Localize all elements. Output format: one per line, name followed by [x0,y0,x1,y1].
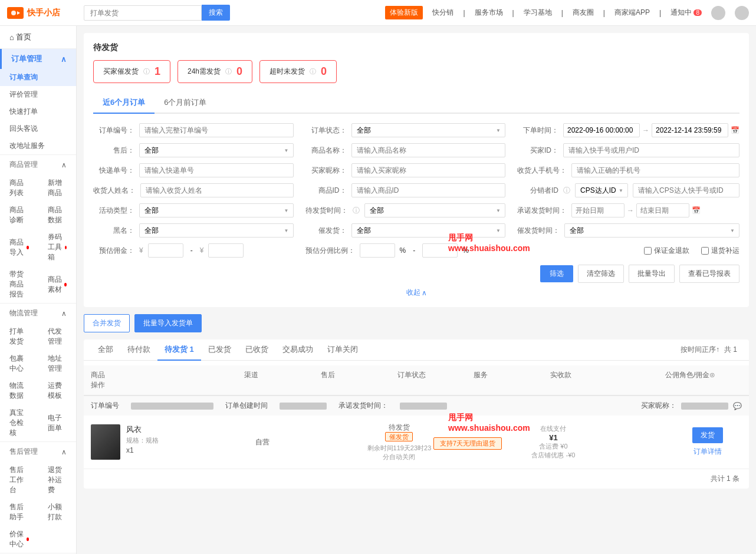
order-sort[interactable]: 按时间正序↑ [681,345,719,355]
urge-btn[interactable]: 催发货 [365,433,433,441]
refund-checkbox-label[interactable]: 退货补运 [701,246,739,256]
buyer-id-input[interactable] [563,143,739,157]
sidebar-item-review[interactable]: 评价管理 [0,86,76,103]
sidebar-item-small-payment[interactable]: 小额打款 [38,499,77,526]
sidebar-item-带货[interactable]: 带货商品报告 [0,266,38,303]
order-tab-received[interactable]: 已收货 [238,339,275,361]
date-from-input[interactable] [563,123,640,137]
status-select[interactable]: 全部 [351,123,506,137]
order-detail-btn[interactable]: 订单详情 [693,447,722,457]
order-list-card: 全部 待付款 待发货 1 已发货 已收货 交易成功 订单关闭 按时间正序↑ 共 … [84,339,749,489]
deposit-checkbox-label[interactable]: 保证金退款 [644,246,689,256]
urge-btn-label[interactable]: 催发货 [385,432,413,441]
tab-over-6months[interactable]: 6个月前订单 [155,93,216,114]
percent-to-input[interactable] [422,243,458,258]
export-btn[interactable]: 批量导出 [629,265,675,283]
ship-button[interactable]: 发货 [692,427,723,443]
deposit-checkbox[interactable] [644,247,652,255]
receiver-name-input[interactable] [140,183,294,197]
sidebar-item-dropship[interactable]: 代发管理 [38,323,77,350]
urge-select[interactable]: 全部 [351,223,506,238]
distributor-type-select[interactable]: CPS达人ID [575,183,628,197]
sidebar-item-freight-template[interactable]: 运费模板 [38,377,77,404]
clear-filter-btn[interactable]: 清空筛选 [578,265,624,283]
nav-link-5[interactable]: 商家端APP [614,8,650,18]
filter-checkboxes: 保证金退款 退货补运 [517,243,739,258]
sidebar-item-zhenbao[interactable]: 真宝仓检核 [0,404,38,441]
sidebar-item-aftersale-assistant[interactable]: 售后助手 [0,499,38,526]
nav-notification[interactable]: 通知中 8 [670,8,702,18]
commit-calendar-icon[interactable]: 📅 [692,206,701,215]
sidebar-item-coupon-tools[interactable]: 券码工具箱 [38,229,77,266]
date-calendar-icon[interactable]: 📅 [731,126,739,134]
sidebar-item-goods-list[interactable]: 商品列表 [0,174,38,202]
order-tab-pending-pay[interactable]: 待付款 [120,339,157,361]
time-info: 剩余时间119天23时23分自动关闭 [365,444,433,461]
goods-name-input[interactable] [351,143,506,157]
order-tab-all[interactable]: 全部 [91,339,120,361]
product-info: 风衣 规格：规格 x1 [126,424,228,454]
sidebar-item-goods-import[interactable]: 商品导入 [0,229,38,266]
export-view-btn[interactable]: 查看已导报表 [679,265,739,283]
sidebar-logistics-management[interactable]: 物流管理 ∧ [0,304,76,323]
order-no-value [131,403,213,410]
search-button[interactable]: 搜索 [202,5,230,21]
avatar[interactable] [711,6,725,20]
sidebar-item-return-customer[interactable]: 回头客说 [0,120,76,137]
sidebar-item-price-protect[interactable]: 价保中心 [0,526,38,553]
sidebar-item-aftersale-workbench[interactable]: 售后工作台 [0,461,38,499]
sidebar-item-fast-order[interactable]: 快速打单 [0,103,76,120]
order-tab-pending-ship[interactable]: 待发货 1 [157,339,201,361]
nav-new-version[interactable]: 体验新版 [385,6,423,19]
urge-time-select[interactable]: 全部 [564,223,739,238]
avatar-2[interactable] [735,6,749,20]
sidebar-goods-management[interactable]: 商品管理 ∧ [0,155,76,174]
activity-type-select[interactable]: 全部 [139,203,294,217]
pending-time-select[interactable]: 全部 [364,203,506,217]
nav-link-2[interactable]: 服务市场 [475,8,503,18]
sidebar-item-return-freight[interactable]: 退货补运费 [38,461,77,499]
order-tab-closed[interactable]: 订单关闭 [320,339,365,361]
refund-checkbox[interactable] [701,247,709,255]
date-to-input[interactable] [652,123,728,137]
after-select[interactable]: 全部 [139,143,294,157]
sidebar-item-goods-diag[interactable]: 商品诊断 [0,202,38,229]
nav-link-4[interactable]: 商友圈 [573,8,594,18]
sidebar-order-management[interactable]: 订单管理 ∧ [0,49,76,69]
percent-from-input[interactable] [360,243,395,258]
blacklist-select[interactable]: 全部 [139,223,294,238]
sidebar-item-logistics-data[interactable]: 物流数据 [0,377,38,404]
commit-to-input[interactable] [636,203,689,217]
merge-ship-btn[interactable]: 合并发货 [84,314,130,332]
order-tab-shipped[interactable]: 已发货 [201,339,238,361]
profit-from-input[interactable] [148,243,183,258]
sidebar-item-e-waybill[interactable]: 电子面单 [38,404,77,441]
nav-link-3[interactable]: 学习基地 [524,8,552,18]
order-no-input[interactable] [139,123,294,137]
import-ship-btn[interactable]: 批量导入发货单 [134,314,202,332]
chat-icon[interactable]: 💬 [733,402,742,410]
distributor-id-input[interactable] [633,183,739,197]
buyer-nick-input[interactable] [351,163,506,177]
nav-link-1[interactable]: 快分销 [432,8,453,18]
sidebar-item-ship[interactable]: 打单发货 [0,323,38,350]
sidebar-item-goods-material[interactable]: 商品素材 [38,266,77,303]
receiver-phone-input[interactable] [571,163,739,177]
tab-recent-6months[interactable]: 近6个月订单 [93,93,155,114]
goods-id-input[interactable] [351,183,506,197]
commit-from-input[interactable] [571,203,624,217]
sidebar-home[interactable]: ⌂ 首页 [0,26,76,48]
sidebar-item-add-goods[interactable]: 新增商品 [38,174,77,202]
collapse-button[interactable]: 收起 ∧ [406,288,427,298]
sidebar-item-package[interactable]: 包裹中心 [0,350,38,377]
sidebar-item-goods-data[interactable]: 商品数据 [38,202,77,229]
sidebar-item-address-mgmt[interactable]: 地址管理 [38,350,77,377]
search-input[interactable] [84,5,202,21]
express-input[interactable] [139,163,294,177]
order-tab-success[interactable]: 交易成功 [275,339,320,361]
profit-to-input[interactable] [208,243,244,258]
filter-btn[interactable]: 筛选 [540,265,573,282]
sidebar-item-change-address[interactable]: 改地址服务 [0,137,76,154]
sidebar-aftersale-management[interactable]: 售后管理 ∧ [0,442,76,461]
sidebar-item-order-query[interactable]: 订单查询 [0,69,76,86]
